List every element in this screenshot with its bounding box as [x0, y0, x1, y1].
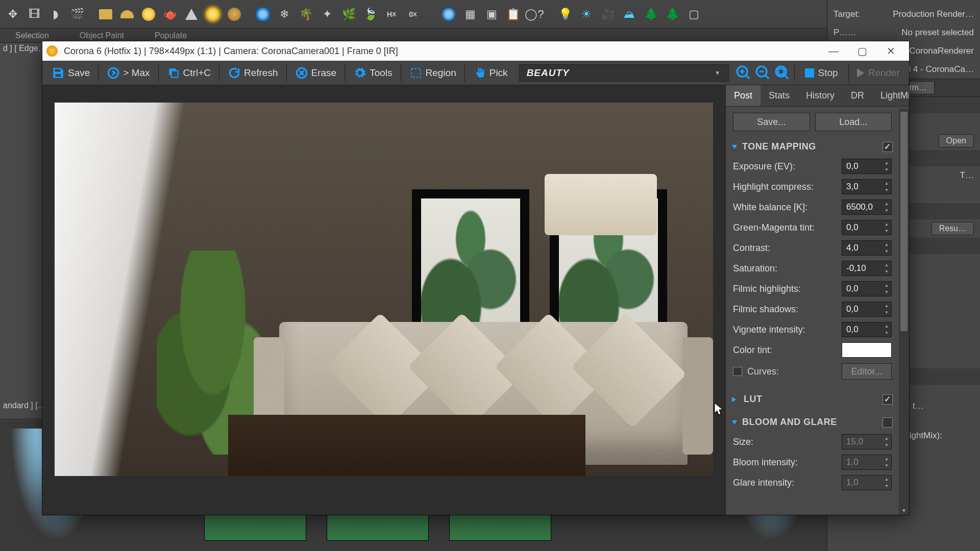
dome-prim-icon[interactable] [118, 6, 136, 23]
preset-value[interactable]: No preset selected [901, 28, 974, 38]
minimize-button[interactable]: ― [819, 41, 848, 61]
particles-icon[interactable] [254, 6, 272, 23]
erase-button[interactable]: Erase [290, 64, 342, 82]
material-editor-icon[interactable]: ▦ [461, 6, 479, 23]
filmic-highlights-spinner[interactable]: 0,0▲▼ [842, 281, 892, 296]
tab-post[interactable]: Post [726, 85, 761, 106]
viewport-label-top: d ] [ Edge… [3, 44, 46, 53]
sphere-prim-icon[interactable] [140, 6, 157, 23]
contrast-label: Contrast: [733, 243, 842, 254]
pine2-icon[interactable]: 🌲 [664, 6, 681, 23]
sphere-blue-icon[interactable] [440, 6, 457, 23]
hand-icon [473, 66, 486, 80]
zoom-out-button[interactable] [754, 64, 772, 82]
post-load-button[interactable]: Load... [815, 113, 892, 131]
pick-button[interactable]: Pick [468, 64, 513, 82]
tools-button[interactable]: Tools [348, 64, 397, 82]
stop-button[interactable]: Stop [798, 65, 845, 81]
snow-icon[interactable]: ❄ [276, 6, 293, 23]
tonemapping-header[interactable]: TONE MAPPING ✓ [726, 137, 899, 156]
bulb-icon[interactable]: 💡 [556, 6, 574, 23]
vfb-titlebar[interactable]: Corona 6 (Hotfix 1) | 798×449px (1:1) | … [42, 41, 909, 61]
bloom-header[interactable]: BLOOM AND GLARE [726, 413, 899, 432]
help-icon[interactable]: ◯? [526, 6, 543, 23]
film-icon[interactable]: 🎞 [26, 6, 43, 23]
mountain-icon[interactable]: ⛰ [621, 6, 638, 23]
teapot-prim-icon[interactable]: 🫖 [161, 6, 179, 23]
ribbon-object-paint[interactable]: Object Paint [80, 31, 124, 40]
saturation-spinner[interactable]: -0,10▲▼ [842, 261, 892, 276]
target-value[interactable]: Production Render… [893, 9, 974, 19]
panel-scrollbar[interactable]: ▲ ▼ [899, 109, 909, 515]
cone-prim-icon[interactable] [183, 6, 200, 23]
highlight-compress-spinner[interactable]: 3,0▲▼ [842, 179, 892, 194]
ribbon-selection[interactable]: Selection [15, 31, 49, 40]
render-viewport[interactable] [42, 85, 725, 515]
leaf-icon[interactable]: 🍃 [361, 6, 379, 23]
channel-dropdown[interactable]: BEAUTY▼ [519, 64, 729, 82]
tab-history[interactable]: History [798, 85, 843, 106]
bloom-intensity-spinner[interactable]: 1,0▲▼ [842, 455, 892, 470]
color-tint-label: Color tint: [733, 345, 842, 356]
resume-button[interactable]: Resu… [932, 222, 974, 235]
grass-icon[interactable]: 🌿 [340, 6, 357, 23]
pine-icon[interactable]: 🌲 [642, 6, 659, 23]
refresh-button[interactable]: Refresh [223, 64, 283, 82]
curves-checkbox[interactable] [733, 367, 742, 376]
close-button[interactable]: ✕ [876, 41, 905, 61]
tree-icon[interactable]: 🌴 [297, 6, 314, 23]
maximize-button[interactable]: ▢ [848, 41, 876, 61]
open-button[interactable]: Open [939, 134, 974, 147]
refresh-icon [228, 66, 241, 80]
vfb-side-panel: Post Stats History DR LightMix Save... L… [725, 85, 909, 515]
scroll-down-icon[interactable]: ▼ [899, 506, 909, 515]
save-button[interactable]: Save [46, 64, 95, 82]
vignette-spinner[interactable]: 0,0▲▼ [842, 322, 892, 337]
zoom-in-button[interactable] [735, 64, 752, 82]
gear-icon [353, 66, 366, 80]
green-magenta-spinner[interactable]: 0,0▲▼ [842, 220, 892, 235]
camera-icon[interactable]: 🎬 [68, 6, 86, 23]
copy-button[interactable]: Ctrl+C [162, 64, 216, 82]
sparkle-icon[interactable]: ✦ [318, 6, 336, 23]
scroll-thumb[interactable] [900, 112, 908, 331]
tonemapping-checkbox[interactable]: ✓ [883, 142, 893, 152]
curves-editor-button[interactable]: Editor... [842, 363, 892, 380]
renderer-value[interactable]: CoronaRenderer [909, 46, 974, 56]
exposure-spinner[interactable]: 0,0▲▼ [842, 159, 892, 174]
render-setup-icon[interactable]: ▣ [483, 6, 500, 23]
region-button[interactable]: Region [404, 64, 461, 82]
halfx-icon[interactable]: HX [383, 6, 400, 23]
select-icon[interactable]: ✥ [4, 6, 21, 23]
lut-header[interactable]: LUT ✓ [726, 390, 899, 409]
svg-rect-2 [171, 70, 178, 77]
zoom-fit-button[interactable] [774, 64, 791, 82]
box-icon[interactable]: ▢ [685, 6, 702, 23]
zerox-icon[interactable]: 0X [404, 6, 422, 23]
ribbon-populate[interactable]: Populate [155, 31, 187, 40]
sun-icon[interactable] [204, 6, 222, 23]
clipboard-icon[interactable]: 📋 [504, 6, 522, 23]
to-max-button[interactable]: > Max [102, 64, 155, 82]
plane-prim-icon[interactable] [97, 6, 114, 23]
color-tint-swatch[interactable] [842, 342, 892, 358]
disc-icon[interactable] [226, 6, 243, 23]
lut-checkbox[interactable]: ✓ [883, 394, 893, 405]
saturation-label: Saturation: [733, 263, 842, 274]
contrast-spinner[interactable]: 4,0▲▼ [842, 240, 892, 256]
moon-icon[interactable]: ◗ [47, 6, 64, 23]
tab-lightmix[interactable]: LightMix [872, 85, 909, 106]
bloom-size-spinner[interactable]: 15,0▲▼ [842, 434, 892, 449]
tab-stats[interactable]: Stats [761, 85, 798, 106]
filmic-shadows-spinner[interactable]: 0,0▲▼ [842, 302, 892, 317]
glare-intensity-spinner[interactable]: 1,0▲▼ [842, 475, 892, 490]
scene-icon[interactable]: 🎥 [599, 6, 617, 23]
vfb-tabs: Post Stats History DR LightMix [726, 85, 909, 107]
tab-dr[interactable]: DR [843, 85, 872, 106]
bloom-checkbox[interactable] [883, 417, 893, 428]
vfb-title: Corona 6 (Hotfix 1) | 798×449px (1:1) | … [64, 46, 398, 57]
post-save-button[interactable]: Save... [733, 113, 810, 131]
svg-point-0 [109, 68, 119, 78]
sun2-icon[interactable]: ☀ [578, 6, 595, 23]
white-balance-spinner[interactable]: 6500,0▲▼ [842, 199, 892, 215]
